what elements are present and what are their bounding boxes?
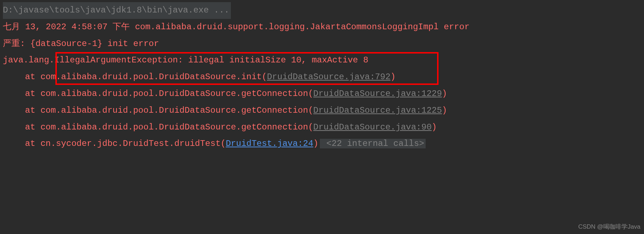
source-link[interactable]: DruidDataSource.java:1229 bbox=[313, 89, 442, 98]
log-timestamp: 七月 13, 2022 4:58:07 下午 bbox=[3, 22, 135, 32]
trace-close: ) bbox=[432, 122, 437, 132]
trace-at: at bbox=[25, 139, 40, 148]
exception-msg: .IllegalArgumentException: illegal initi… bbox=[49, 55, 368, 65]
trace-method: cn.sycoder.jdbc.DruidTest.druidTest( bbox=[40, 139, 226, 148]
trace-method: com.alibaba.druid.pool.DruidDataSource.g… bbox=[40, 89, 313, 98]
trace-method: com.alibaba.druid.pool.DruidDataSource.g… bbox=[40, 122, 313, 132]
severity-line: 严重: {dataSource-1} init error bbox=[3, 36, 644, 52]
severity-label: 严重: bbox=[3, 39, 30, 49]
trace-at: at bbox=[25, 89, 40, 98]
trace-close: ) bbox=[442, 89, 447, 98]
trace-line: at com.alibaba.druid.pool.DruidDataSourc… bbox=[3, 69, 644, 86]
command-line: D:\javase\tools\java\jdk1.8\bin\java.exe… bbox=[3, 2, 644, 19]
trace-at: at bbox=[25, 72, 40, 82]
source-link[interactable]: DruidTest.java:24 bbox=[226, 139, 313, 148]
trace-line: at com.alibaba.druid.pool.DruidDataSourc… bbox=[3, 119, 644, 136]
watermark: CSDN @喝咖啡学Java bbox=[578, 221, 640, 233]
trace-at: at bbox=[25, 106, 40, 115]
exception-line: java.lang.IllegalArgumentException: ille… bbox=[3, 52, 644, 69]
source-link[interactable]: DruidDataSource.java:792 bbox=[267, 72, 391, 82]
trace-method: com.alibaba.druid.pool.DruidDataSource.g… bbox=[40, 106, 313, 115]
trace-line: at com.alibaba.druid.pool.DruidDataSourc… bbox=[3, 86, 644, 102]
log-line: 七月 13, 2022 4:58:07 下午 com.alibaba.druid… bbox=[3, 19, 644, 36]
trace-close: ) bbox=[442, 106, 447, 115]
trace-close: ) bbox=[313, 139, 318, 148]
source-link[interactable]: DruidDataSource.java:90 bbox=[313, 122, 432, 132]
trace-line: at com.alibaba.druid.pool.DruidDataSourc… bbox=[3, 102, 644, 119]
trace-at: at bbox=[25, 122, 40, 132]
trace-line: at cn.sycoder.jdbc.DruidTest.druidTest(D… bbox=[3, 136, 644, 152]
trace-close: ) bbox=[391, 72, 396, 82]
source-link[interactable]: DruidDataSource.java:1225 bbox=[313, 106, 442, 115]
internal-calls[interactable]: <22 internal calls> bbox=[320, 139, 426, 148]
log-class: com.alibaba.druid.support.logging.Jakart… bbox=[135, 22, 470, 32]
exec-path: D:\javase\tools\java\jdk1.8\bin\java.exe… bbox=[3, 2, 231, 19]
severity-msg: {dataSource-1} init error bbox=[30, 39, 159, 49]
trace-method: com.alibaba.druid.pool.DruidDataSource.i… bbox=[40, 72, 267, 82]
exception-pkg: java.lang bbox=[3, 55, 49, 65]
